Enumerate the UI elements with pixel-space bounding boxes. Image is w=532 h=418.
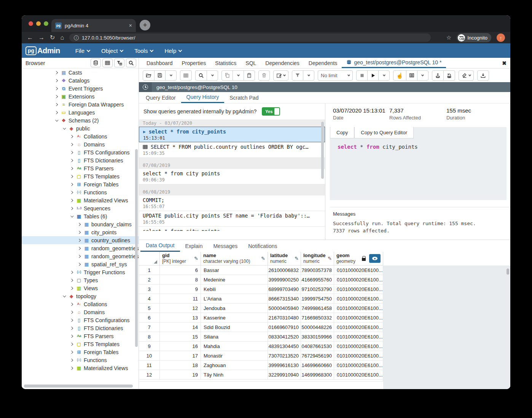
new-tab-button[interactable]: + <box>140 20 150 30</box>
cell[interactable]: 6 <box>139 313 160 323</box>
cell[interactable]: .01669607910 <box>268 323 301 332</box>
chevron-right-icon[interactable] <box>70 366 73 369</box>
tab-sql[interactable]: SQL <box>241 58 261 68</box>
tree-item-trigger-functions[interactable]: {≡}Trigger Functions <box>22 268 139 276</box>
back-icon[interactable]: ← <box>27 35 33 41</box>
window-controls[interactable] <box>29 21 48 26</box>
cell[interactable]: .39999616130 <box>268 361 301 370</box>
cell[interactable]: 0101000020E6100... <box>334 265 383 275</box>
cell[interactable]: Tây Ninh <box>201 370 268 380</box>
chevron-down-icon[interactable] <box>63 126 66 129</box>
menu-tools[interactable]: Tools <box>134 48 153 54</box>
filter-options-chevron[interactable] <box>303 70 314 81</box>
cell[interactable]: .73070213520 <box>268 351 301 361</box>
cell[interactable]: 10 <box>139 351 160 361</box>
tree-horizontal-scrollbar[interactable] <box>24 385 133 388</box>
tree-item-views[interactable]: ▥Views <box>22 284 139 292</box>
tree-item-topology[interactable]: ◈topology <box>22 292 139 300</box>
cell[interactable]: 11 <box>160 294 201 304</box>
cell[interactable]: 6 <box>160 265 201 275</box>
tree-item-fts-configurations[interactable]: ▯FTS Configurations <box>22 316 139 324</box>
tree-item-extensions[interactable]: ▣Extensions <box>22 92 139 100</box>
chevron-down-icon[interactable] <box>63 294 66 297</box>
chevron-right-icon[interactable] <box>70 270 73 273</box>
cell[interactable]: 0.76729456190 <box>301 351 334 361</box>
cell[interactable]: 0101000020E6100... <box>334 294 383 304</box>
cell[interactable]: 9.50000448226 <box>301 323 334 332</box>
cell[interactable]: .08330412520 <box>268 332 301 342</box>
row-limit-select[interactable]: No limit <box>318 70 353 81</box>
history-item[interactable]: COMMIT;16:55:07 <box>139 195 325 211</box>
open-file-button[interactable] <box>143 70 155 81</box>
cell[interactable]: 8.74999861458 <box>301 304 334 313</box>
chevron-right-icon[interactable] <box>55 87 58 90</box>
cell[interactable]: Jendouba <box>201 304 268 313</box>
chevron-right-icon[interactable] <box>70 191 73 194</box>
save-file-button[interactable] <box>154 70 166 81</box>
cell[interactable]: 0101000020E6100... <box>334 323 383 332</box>
bookmark-star-icon[interactable]: ☆ <box>446 34 451 41</box>
cell[interactable]: 1 <box>139 265 160 275</box>
find-button[interactable] <box>195 70 207 81</box>
output-tab-data-output[interactable]: Data Output <box>140 240 180 252</box>
menu-file[interactable]: File <box>75 48 90 54</box>
tab-dependents[interactable]: Dependents <box>304 58 342 68</box>
chevron-right-icon[interactable] <box>70 151 73 154</box>
cell[interactable]: 9 <box>160 284 201 294</box>
tree-item-materialized-views[interactable]: ▦Materialized Views <box>22 364 139 372</box>
search-icon[interactable] <box>126 59 136 67</box>
chevron-right-icon[interactable] <box>55 79 58 82</box>
cell[interactable]: 4 <box>139 294 160 304</box>
edit-pencil-icon[interactable]: ✎ <box>328 256 332 261</box>
tree-item-sequences[interactable]: 1..3Sequences <box>22 204 139 212</box>
tree-item-functions[interactable]: {≡}Functions <box>22 188 139 196</box>
tab-properties[interactable]: Properties <box>177 58 211 68</box>
chevron-right-icon[interactable] <box>70 334 73 337</box>
commit-button[interactable] <box>432 70 444 81</box>
cell[interactable]: 0.41669955760 <box>301 275 334 284</box>
cell[interactable]: 0101000020E6100... <box>334 275 383 284</box>
menu-help[interactable]: Help <box>164 48 182 54</box>
tree-item-types[interactable]: ▢Types <box>22 276 139 284</box>
cell[interactable]: 7 <box>139 323 160 332</box>
cell[interactable]: 0101000020E6100... <box>334 304 383 313</box>
cell[interactable]: 0101000020E6100... <box>334 361 383 370</box>
chevron-right-icon[interactable] <box>70 342 73 345</box>
chevron-right-icon[interactable] <box>78 262 81 265</box>
cell[interactable]: 1.04087661530 <box>301 342 334 351</box>
history-item[interactable]: select * from city_points09:06:39 <box>139 169 325 184</box>
cell[interactable]: 16 <box>160 342 201 351</box>
cell[interactable]: Medenine <box>201 275 268 284</box>
tree-item-schemas-2[interactable]: ❖Schemas (2) <box>22 116 139 124</box>
tab-statistics[interactable]: Statistics <box>210 58 241 68</box>
chevron-right-icon[interactable] <box>78 223 81 226</box>
column-header-name[interactable]: namecharacter varying (100)✎ <box>201 252 268 265</box>
chevron-right-icon[interactable] <box>70 207 73 210</box>
menu-object[interactable]: Object <box>101 48 123 54</box>
close-panel-icon[interactable]: ✖ <box>502 60 507 66</box>
cell[interactable]: .32299910940 <box>268 370 301 380</box>
rollback-button[interactable] <box>443 70 455 81</box>
cell[interactable]: 0101000020E6100... <box>334 332 383 342</box>
chevron-right-icon[interactable] <box>55 71 58 74</box>
address-bar[interactable]: i 127.0.0.1:5050/browser/ <box>69 33 431 42</box>
cell[interactable]: Monastir <box>201 351 268 361</box>
chevron-right-icon[interactable] <box>55 111 58 114</box>
cell[interactable]: .39999900250 <box>268 275 301 284</box>
copy-options-chevron[interactable] <box>233 70 244 81</box>
cell[interactable]: 0101000020E6100... <box>334 351 383 361</box>
filter-button[interactable] <box>292 70 303 81</box>
chevron-right-icon[interactable] <box>70 350 73 353</box>
explain-options-chevron[interactable] <box>417 70 428 81</box>
tree-item-fts-dictionaries[interactable]: ▯FTS Dictionaries <box>22 156 139 164</box>
tree-item-spatial-ref-sys[interactable]: ▦spatial_ref_sys <box>22 260 139 268</box>
subtab-query-editor[interactable]: Query Editor <box>140 92 181 103</box>
cell[interactable]: 6.14699968300 <box>301 370 334 380</box>
chevron-right-icon[interactable] <box>70 318 73 321</box>
reload-icon[interactable]: ↻ <box>50 35 55 41</box>
tree-item-fts-configurations[interactable]: ▯FTS Configurations <box>22 148 139 156</box>
history-item[interactable]: UPDATE public.city_points SET name = 'Fl… <box>139 211 325 227</box>
history-item[interactable]: ▶select * from city_points15:13:01 <box>139 127 325 142</box>
chevron-right-icon[interactable] <box>55 95 58 98</box>
column-header-geom[interactable]: geomgeometry <box>334 252 383 265</box>
